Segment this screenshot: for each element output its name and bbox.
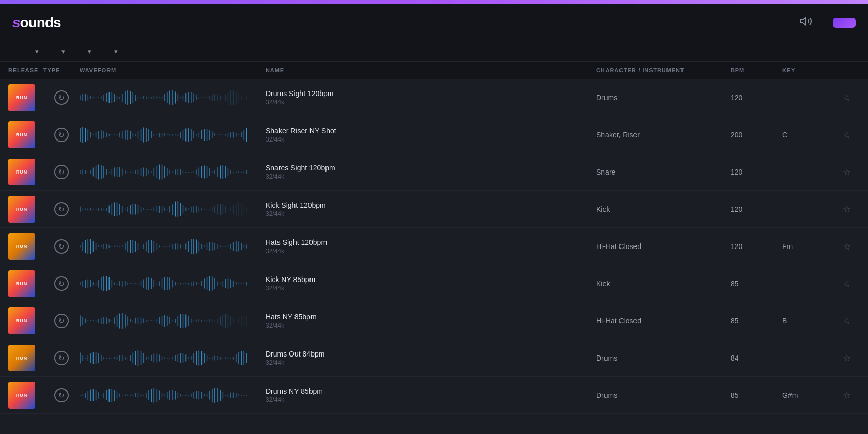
svg-rect-46	[198, 97, 199, 99]
svg-rect-205	[111, 203, 112, 215]
track-favorite[interactable]: ☆	[834, 129, 860, 141]
svg-rect-558	[198, 391, 199, 399]
svg-rect-287	[159, 245, 160, 247]
svg-rect-459	[106, 358, 107, 359]
track-favorite[interactable]: ☆	[834, 315, 860, 327]
svg-rect-36	[172, 90, 173, 105]
svg-rect-152	[141, 168, 142, 176]
svg-rect-117	[217, 134, 218, 135]
svg-rect-349	[153, 280, 154, 287]
table-row[interactable]: RUN ↻ Drums Sight 120bpm 32/44k Dr	[0, 79, 868, 116]
svg-rect-13	[111, 92, 112, 103]
filter-loop-oneshot[interactable]: ▾	[59, 48, 65, 55]
svg-rect-177	[207, 166, 208, 178]
filter-character[interactable]: ▾	[33, 48, 39, 55]
svg-rect-113	[207, 129, 208, 141]
svg-rect-568	[225, 395, 226, 396]
track-type-icon: ↻	[43, 314, 80, 328]
svg-rect-448	[246, 316, 247, 326]
table-row[interactable]: RUN ↻ Hats NY 85bpm 32/44k Hi-Hat	[0, 302, 868, 339]
svg-rect-432	[204, 320, 205, 321]
filter-key[interactable]: ▾	[112, 48, 118, 55]
svg-rect-87	[138, 131, 139, 138]
loop-icon: ↻	[54, 202, 69, 216]
svg-rect-339	[127, 282, 128, 285]
svg-rect-236	[193, 206, 194, 213]
svg-rect-386	[82, 317, 83, 325]
svg-rect-78	[114, 134, 115, 135]
svg-rect-317	[238, 241, 239, 251]
svg-rect-67	[85, 128, 86, 142]
track-favorite[interactable]: ☆	[834, 92, 860, 103]
svg-rect-425	[185, 314, 187, 327]
svg-rect-176	[204, 165, 205, 178]
filter-bpm[interactable]: ▾	[86, 48, 91, 55]
track-favorite[interactable]: ☆	[834, 352, 860, 364]
svg-rect-541	[153, 388, 154, 402]
svg-rect-139	[106, 169, 107, 175]
table-row[interactable]: RUN ↻ Drums Out 84bpm 32/44k Drums	[0, 339, 868, 377]
table-row[interactable]: RUN ↻ Kick Sight 120bpm 32/44k Kic	[0, 191, 868, 228]
svg-rect-94	[156, 134, 157, 135]
svg-rect-363	[191, 282, 192, 286]
svg-rect-156	[151, 171, 152, 173]
logo[interactable]: sounds	[12, 14, 61, 31]
svg-rect-292	[172, 244, 173, 249]
svg-rect-11	[106, 93, 107, 102]
svg-rect-486	[177, 354, 178, 362]
table-row[interactable]: RUN ↻ Drums NY 85bpm 32/44k Drums	[0, 377, 868, 414]
svg-rect-460	[109, 358, 110, 359]
svg-rect-498	[209, 358, 210, 359]
svg-rect-194	[82, 208, 83, 210]
svg-rect-118	[220, 134, 221, 135]
svg-rect-427	[191, 318, 192, 323]
svg-rect-273	[122, 245, 123, 247]
svg-rect-472	[141, 351, 142, 365]
svg-rect-29	[153, 96, 154, 99]
svg-rect-564	[214, 388, 215, 403]
svg-rect-481	[164, 357, 165, 359]
svg-rect-276	[130, 240, 131, 253]
track-favorite[interactable]: ☆	[834, 166, 860, 178]
svg-rect-470	[135, 351, 136, 365]
svg-rect-462	[114, 357, 115, 359]
track-waveform	[80, 348, 266, 368]
track-favorite[interactable]: ☆	[834, 241, 860, 252]
svg-rect-234	[188, 208, 189, 210]
table-row[interactable]: RUN ↻ Snares Sight 120bpm 32/44k S	[0, 153, 868, 191]
track-sub: 32/44k	[266, 173, 590, 180]
svg-rect-201	[101, 208, 102, 211]
svg-rect-475	[148, 357, 149, 359]
table-row[interactable]: RUN ↻ Kick NY 85bpm 32/44k Kick	[0, 265, 868, 302]
volume-icon[interactable]	[800, 15, 812, 30]
track-favorite[interactable]: ☆	[834, 390, 860, 401]
svg-rect-140	[109, 172, 110, 173]
table-row[interactable]: RUN ↻ Hats Sight 120bpm 32/44k Hi-	[0, 228, 868, 265]
svg-rect-215	[138, 205, 139, 213]
start-trial-button[interactable]	[833, 18, 856, 28]
track-favorite[interactable]: ☆	[834, 278, 860, 289]
svg-rect-64	[246, 95, 247, 100]
track-sub: 32/44k	[266, 136, 590, 143]
svg-rect-114	[209, 130, 210, 140]
track-name: Kick NY 85bpm	[266, 275, 590, 284]
svg-rect-482	[167, 358, 168, 359]
svg-rect-528	[119, 393, 120, 397]
svg-rect-499	[212, 357, 213, 359]
svg-rect-132	[87, 172, 88, 173]
svg-rect-489	[185, 354, 187, 361]
svg-rect-304	[204, 245, 205, 247]
svg-rect-165	[175, 169, 176, 174]
svg-rect-271	[117, 245, 118, 247]
svg-rect-248	[225, 206, 226, 213]
svg-rect-522	[103, 393, 104, 398]
svg-rect-570	[230, 392, 231, 398]
table-row[interactable]: RUN ↻ Shaker Riser NY Shot 32/44k	[0, 116, 868, 153]
svg-rect-146	[125, 170, 126, 174]
svg-rect-17	[122, 94, 123, 102]
svg-rect-372	[214, 278, 215, 289]
svg-rect-326	[93, 282, 94, 285]
track-character: Drums	[596, 354, 731, 362]
svg-rect-260	[87, 239, 88, 254]
track-favorite[interactable]: ☆	[834, 204, 860, 215]
